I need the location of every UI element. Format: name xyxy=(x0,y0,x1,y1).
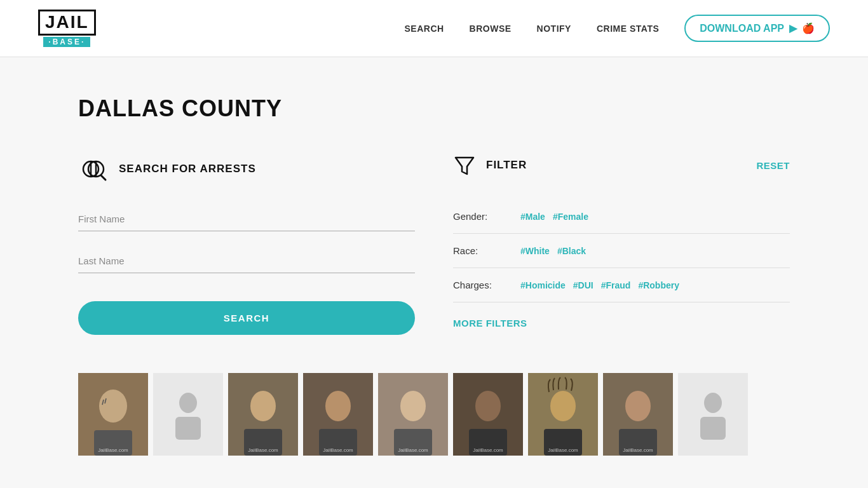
nav-notify[interactable]: NOTIFY xyxy=(537,24,571,34)
charge-tag-robbery[interactable]: #Robbery xyxy=(638,280,679,290)
charges-tags: #Homicide #DUI #Fraud #Robbery xyxy=(520,280,679,290)
filter-funnel-icon xyxy=(453,154,476,177)
last-name-input[interactable] xyxy=(78,249,415,273)
filter-header-left: FILTER xyxy=(453,154,527,177)
reset-button[interactable]: RESET xyxy=(756,160,790,171)
mugshot-7[interactable]: JailBase.com xyxy=(528,373,598,456)
mugshot-5[interactable]: JailBase.com xyxy=(378,373,448,456)
search-button[interactable]: SEARCH xyxy=(78,301,415,335)
main-content: DALLAS COUNTY SEARCH FOR ARRESTS xyxy=(53,57,815,456)
charge-tag-homicide[interactable]: #Homicide xyxy=(520,280,566,290)
filter-section: FILTER RESET Gender: #Male #Female Race:… xyxy=(453,154,790,335)
svg-rect-12 xyxy=(175,417,201,440)
nav-search[interactable]: SEARCH xyxy=(404,24,444,34)
more-filters-button[interactable]: MORE FILTERS xyxy=(453,318,527,329)
race-label: Race: xyxy=(453,245,510,256)
last-name-group xyxy=(78,249,415,273)
mugshot-4[interactable]: JailBase.com xyxy=(303,373,373,456)
search-section: SEARCH FOR ARRESTS SEARCH xyxy=(78,154,415,335)
svg-point-17 xyxy=(325,391,351,421)
mugshot-2[interactable] xyxy=(153,373,223,456)
svg-point-20 xyxy=(400,391,426,421)
main-nav: SEARCH BROWSE NOTIFY CRIME STATS DOWNLOA… xyxy=(404,15,830,42)
mugshot-1-watermark: JailBase.com xyxy=(78,447,148,453)
svg-point-29 xyxy=(625,391,651,421)
first-name-input[interactable] xyxy=(78,207,415,231)
svg-point-23 xyxy=(475,391,501,421)
mugshot-3-watermark: JailBase.com xyxy=(228,447,298,453)
logo-jail-text: JAIL xyxy=(38,10,96,36)
mugshot-silhouette-2 xyxy=(169,389,207,440)
mugshot-8-watermark: JailBase.com xyxy=(603,447,673,453)
nav-crime-stats[interactable]: CRIME STATS xyxy=(597,24,659,34)
svg-point-31 xyxy=(704,393,722,413)
logo-base-text: ·BASE· xyxy=(43,37,90,47)
download-app-button[interactable]: DOWNLOAD APP ▶ 🍎 xyxy=(684,15,830,42)
mugshot-6-watermark: JailBase.com xyxy=(453,447,523,453)
logo[interactable]: JAIL ·BASE· xyxy=(38,10,96,47)
svg-rect-32 xyxy=(700,417,726,440)
svg-line-4 xyxy=(101,175,105,180)
mugshots-row: JailBase.com JailBase.com xyxy=(78,373,790,456)
play-icon: ▶ xyxy=(789,22,797,34)
gender-tags: #Male #Female xyxy=(520,212,588,222)
mugshot-8[interactable]: JailBase.com xyxy=(603,373,673,456)
race-filter-row: Race: #White #Black xyxy=(453,234,790,268)
svg-point-14 xyxy=(250,391,276,421)
nav-browse[interactable]: BROWSE xyxy=(470,24,512,34)
mugshot-4-watermark: JailBase.com xyxy=(303,447,373,453)
mugshot-5-watermark: JailBase.com xyxy=(378,447,448,453)
content-area: SEARCH FOR ARRESTS SEARCH FILTER xyxy=(78,154,790,335)
charges-label: Charges: xyxy=(453,280,510,290)
svg-point-26 xyxy=(550,391,576,421)
mugshot-3[interactable]: JailBase.com xyxy=(228,373,298,456)
svg-point-7 xyxy=(99,390,127,423)
svg-point-11 xyxy=(179,393,197,413)
search-arrests-icon xyxy=(78,154,109,184)
mugshot-7-watermark: JailBase.com xyxy=(528,447,598,453)
filter-section-title: FILTER xyxy=(486,159,527,172)
mugshot-1[interactable]: JailBase.com xyxy=(78,373,148,456)
mugshot-silhouette-9 xyxy=(694,389,732,440)
gender-filter-row: Gender: #Male #Female xyxy=(453,200,790,234)
search-section-header: SEARCH FOR ARRESTS xyxy=(78,154,415,184)
race-tag-black[interactable]: #Black xyxy=(557,246,586,256)
filter-header: FILTER RESET xyxy=(453,154,790,177)
first-name-group xyxy=(78,207,415,231)
gender-tag-female[interactable]: #Female xyxy=(553,212,588,222)
race-tag-white[interactable]: #White xyxy=(520,246,550,256)
charges-filter-row: Charges: #Homicide #DUI #Fraud #Robbery xyxy=(453,268,790,302)
download-app-label: DOWNLOAD APP xyxy=(700,23,784,34)
svg-marker-5 xyxy=(456,158,473,174)
mugshot-6[interactable]: JailBase.com xyxy=(453,373,523,456)
gender-tag-male[interactable]: #Male xyxy=(520,212,545,222)
gender-label: Gender: xyxy=(453,211,510,222)
race-tags: #White #Black xyxy=(520,246,586,256)
header: JAIL ·BASE· SEARCH BROWSE NOTIFY CRIME S… xyxy=(0,0,868,57)
charge-tag-fraud[interactable]: #Fraud xyxy=(601,280,631,290)
apple-icon: 🍎 xyxy=(802,22,815,34)
mugshot-9[interactable] xyxy=(678,373,748,456)
charge-tag-dui[interactable]: #DUI xyxy=(573,280,593,290)
page-title: DALLAS COUNTY xyxy=(78,95,790,122)
search-section-title: SEARCH FOR ARRESTS xyxy=(119,163,256,175)
